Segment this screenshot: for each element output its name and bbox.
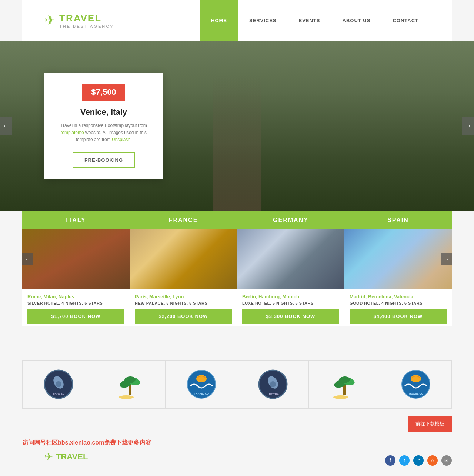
spain-book-button[interactable]: $4,400 BOOK NOW — [350, 309, 447, 324]
dest-header-spain: SPAIN — [344, 211, 452, 229]
spain-cities: Madrid, Bercelona, Valencia — [350, 294, 447, 299]
dest-body-italy: Rome, Milan, Naples SILVER HOTEL, 4 NIGH… — [22, 289, 130, 326]
footer-plane-icon: ✈ — [44, 450, 53, 463]
brand-tagline: THE BEST AGENCY — [59, 24, 114, 29]
hero-next-button[interactable]: → — [462, 117, 474, 135]
rocket-badge-icon-1: TRAVEL — [44, 369, 73, 399]
svg-point-8 — [119, 395, 134, 399]
download-template-button[interactable]: 前往下载模板 — [408, 416, 452, 432]
partner-3: TRAVEL CO — [166, 360, 237, 408]
spain-next[interactable]: → — [441, 253, 452, 265]
partner-2 — [94, 360, 166, 408]
destinations-grid: ITALY ← Rome, Milan, Naples SILVER HOTEL… — [22, 211, 452, 326]
hero-description: Travel is a responsive Bootstrap layout … — [56, 122, 152, 144]
nav-home[interactable]: HOME — [200, 0, 238, 41]
italy-details: SILVER HOTEL, 4 NIGHTS, 5 STARS — [27, 301, 124, 305]
italy-prev[interactable]: ← — [22, 253, 33, 265]
footer-brand-name: TRAVEL — [56, 452, 88, 462]
logo: ✈ TRAVEL THE BEST AGENCY — [44, 13, 114, 29]
svg-point-20 — [333, 395, 348, 399]
hero-destination: Venice, Italy — [56, 107, 152, 117]
italy-image — [22, 229, 130, 289]
nav-services[interactable]: SERVICES — [238, 0, 288, 41]
wave-badge-icon-1: TRAVEL CO — [187, 369, 216, 399]
unsplash-link[interactable]: Unsplash — [112, 137, 130, 142]
dest-header-france: FRANCE — [130, 211, 237, 229]
germany-book-button[interactable]: $3,300 BOOK NOW — [242, 309, 339, 324]
nav-contact[interactable]: CONTACT — [381, 0, 430, 41]
hero-section: ← $7,500 Venice, Italy Travel is a respo… — [0, 41, 474, 211]
france-cities: Paris, Marseille, Lyon — [135, 294, 232, 299]
dest-body-germany: Berlin, Hamburg, Munich LUXE HOTEL, 5 NI… — [237, 289, 344, 326]
partner-6: TRAVEL CO — [380, 360, 451, 408]
svg-point-14 — [270, 381, 276, 387]
dest-card-germany: GERMANY Berlin, Hamburg, Munich LUXE HOT… — [237, 211, 344, 326]
email-icon[interactable]: ✉ — [441, 455, 452, 466]
facebook-icon[interactable]: f — [385, 455, 395, 466]
footer-social-links: f t in ⌂ ✉ — [385, 455, 452, 466]
italy-cities: Rome, Milan, Naples — [27, 294, 124, 299]
svg-text:TRAVEL: TRAVEL — [267, 392, 279, 395]
svg-point-2 — [56, 381, 61, 387]
partner-1: TRAVEL — [23, 360, 94, 408]
hero-price: $7,500 — [82, 84, 125, 101]
dest-image-spain: → — [344, 229, 452, 289]
footer-watermark: 访问网号社区bbs.xlenlao.com免费下载更多内容 — [22, 439, 452, 447]
templatemo-link[interactable]: templatemo — [61, 130, 84, 135]
brand-name: TRAVEL — [59, 13, 114, 24]
dest-body-france: Paris, Marseille, Lyon NEW PALACE, 5 NIG… — [130, 289, 237, 326]
dest-card-spain: SPAIN → Madrid, Bercelona, Valencia GOOD… — [344, 211, 452, 326]
rss-icon[interactable]: ⌂ — [427, 455, 438, 466]
dest-image-italy: ← — [22, 229, 130, 289]
gap-spacer — [0, 326, 474, 345]
nav-links: HOME SERVICES EVENTS ABOUT US CONTACT — [200, 0, 430, 41]
dest-card-italy: ITALY ← Rome, Milan, Naples SILVER HOTEL… — [22, 211, 130, 326]
palm-tree-icon-1 — [115, 369, 145, 399]
germany-cities: Berlin, Hamburg, Munich — [242, 294, 339, 299]
spain-details: GOOD HOTEL, 4 NIGHTS, 6 STARS — [350, 301, 447, 305]
nav-about[interactable]: ABOUT US — [331, 0, 382, 41]
palm-tree-icon-2 — [330, 369, 359, 399]
rocket-badge-icon-2: TRAVEL — [258, 369, 288, 399]
france-details: NEW PALACE, 5 NIGHTS, 5 STARS — [135, 301, 232, 305]
svg-text:TRAVEL: TRAVEL — [53, 392, 64, 395]
germany-details: LUXE HOTEL, 5 NIGHTS, 6 STARS — [242, 301, 339, 305]
germany-image — [237, 229, 344, 289]
france-book-button[interactable]: $2,200 BOOK NOW — [135, 309, 232, 324]
dest-body-spain: Madrid, Bercelona, Valencia GOOD HOTEL, … — [344, 289, 452, 326]
footer-download-section: 前往下载模板 — [22, 416, 452, 432]
twitter-icon[interactable]: t — [399, 455, 410, 466]
svg-text:TRAVEL CO: TRAVEL CO — [194, 392, 209, 395]
dest-header-germany: GERMANY — [237, 211, 344, 229]
nav-events[interactable]: EVENTS — [288, 0, 331, 41]
dest-image-france — [130, 229, 237, 289]
italy-book-button[interactable]: $1,700 BOOK NOW — [27, 309, 124, 324]
partner-4: TRAVEL — [237, 360, 308, 408]
partners-section: TRAVEL TRAVEL CO TRAVEL — [22, 360, 452, 409]
france-image — [130, 229, 237, 289]
footer-brand: ✈ TRAVEL — [44, 450, 88, 463]
linkedin-icon[interactable]: in — [413, 455, 424, 466]
prebook-button[interactable]: PRE-BOOKING — [73, 152, 135, 168]
navbar: ✈ TRAVEL THE BEST AGENCY HOME SERVICES E… — [22, 0, 452, 41]
dest-header-italy: ITALY — [22, 211, 130, 229]
hero-prev-button[interactable]: ← — [0, 117, 12, 135]
dest-card-france: FRANCE Paris, Marseille, Lyon NEW PALACE… — [130, 211, 237, 326]
hero-card: $7,500 Venice, Italy Travel is a respons… — [44, 73, 163, 180]
wave-badge-icon-2: TRAVEL CO — [401, 369, 431, 399]
spain-image — [344, 229, 452, 289]
svg-text:TRAVEL CO: TRAVEL CO — [408, 392, 423, 395]
dest-image-germany — [237, 229, 344, 289]
partner-5 — [308, 360, 380, 408]
plane-icon: ✈ — [44, 13, 56, 28]
